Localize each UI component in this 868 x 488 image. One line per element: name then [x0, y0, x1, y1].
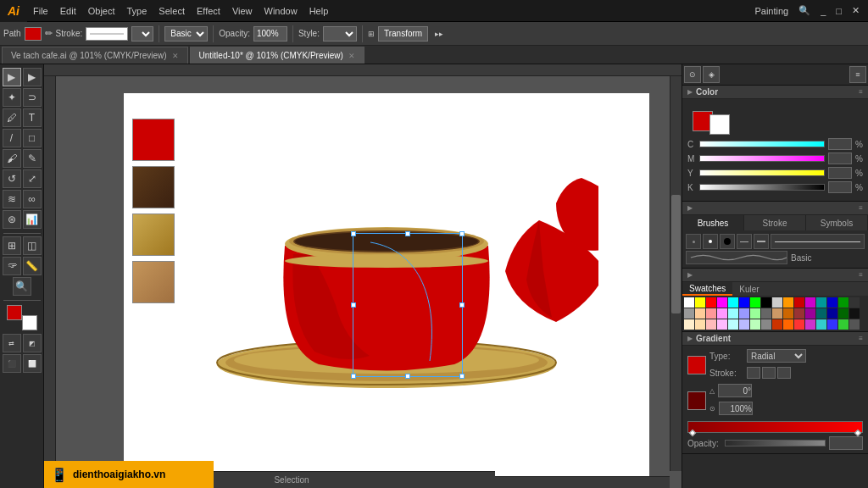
swatch-23[interactable]	[761, 308, 771, 319]
swatch-9[interactable]	[783, 297, 793, 308]
swatch-28[interactable]	[816, 308, 826, 319]
panel-icon-2[interactable]: ◈	[703, 66, 720, 83]
menu-file[interactable]: File	[27, 0, 54, 22]
swap-colors-btn[interactable]: ⇄	[3, 334, 21, 352]
pen-tool[interactable]: 🖊	[3, 108, 21, 127]
swatch-42[interactable]	[794, 319, 804, 330]
menu-select[interactable]: Select	[153, 0, 191, 22]
color-mode-btn[interactable]: ⬛	[3, 354, 21, 373]
gradient-stop-right[interactable]	[854, 430, 861, 436]
swatch-red[interactable]	[132, 119, 175, 161]
swatch-20[interactable]	[728, 308, 738, 319]
menu-type[interactable]: Type	[121, 0, 153, 22]
transform-btn[interactable]: Transform	[378, 26, 428, 42]
gradient-tool[interactable]: ◫	[23, 236, 42, 255]
gradient-mode-btn[interactable]: ⬜	[23, 354, 42, 373]
column-graph-tool[interactable]: 📊	[23, 210, 42, 229]
magic-wand-tool[interactable]: ✦	[3, 88, 21, 107]
swatch-17[interactable]	[695, 308, 705, 319]
swatch-44[interactable]	[816, 319, 826, 330]
direct-selection-tool[interactable]: ▶	[23, 68, 42, 86]
swatch-32[interactable]	[684, 319, 694, 330]
menu-view[interactable]: View	[226, 0, 259, 22]
brushes-menu-icon[interactable]: ≡	[859, 204, 863, 212]
gradient-type-select[interactable]: Radial Linear	[747, 349, 806, 363]
swatch-21[interactable]	[739, 308, 749, 319]
color-bg-preview[interactable]	[709, 114, 730, 135]
measure-tool[interactable]: 📏	[23, 257, 42, 275]
swatch-brown[interactable]	[132, 166, 175, 208]
tab-symbols[interactable]: Symbols	[806, 215, 868, 230]
gradient-menu[interactable]: ≡	[859, 335, 863, 342]
selection-tool[interactable]: ▶	[3, 68, 21, 86]
panel-icon-1[interactable]: ⊙	[684, 66, 701, 83]
swatch-5[interactable]	[739, 297, 749, 308]
stroke-color-box[interactable]	[86, 27, 128, 41]
swatch-43[interactable]	[805, 319, 815, 330]
swatch-7[interactable]	[761, 297, 771, 308]
swatch-18[interactable]	[706, 308, 716, 319]
brush-select[interactable]: Basic	[164, 26, 208, 42]
tab-1[interactable]: Untitled-10* @ 101% (CMYK/Preview) ✕	[190, 47, 364, 64]
gradient-stroke-btn1[interactable]	[747, 367, 760, 379]
swatches-tab-swatches[interactable]: Swatches	[682, 282, 732, 296]
swatches-tab-kuler[interactable]: Kuler	[732, 282, 765, 296]
opacity-slider[interactable]	[725, 440, 826, 446]
close-btn[interactable]: ✕	[849, 5, 863, 16]
opacity-input[interactable]	[253, 26, 287, 42]
brush-dot-line1[interactable]	[737, 234, 752, 249]
swatch-12[interactable]	[816, 297, 826, 308]
color-panel-header[interactable]: ▶ Color ≡	[682, 86, 868, 99]
brush-dot-empty[interactable]	[686, 234, 701, 249]
swatch-11[interactable]	[805, 297, 815, 308]
gradient-stop-left[interactable]	[689, 430, 696, 436]
swatch-26[interactable]	[794, 308, 804, 319]
gradient-color-swatch2[interactable]	[687, 391, 706, 410]
swatch-tan[interactable]	[132, 261, 175, 303]
swatch-30[interactable]	[838, 308, 849, 319]
brush-dot-line2[interactable]	[754, 234, 769, 249]
swatch-41[interactable]	[783, 319, 793, 330]
swatch-4[interactable]	[728, 297, 738, 308]
brushes-panel-header[interactable]: ▶ ≡	[682, 202, 868, 215]
menu-window[interactable]: Window	[259, 0, 303, 22]
swatches-header[interactable]: ▶ ≡	[682, 269, 868, 282]
swatch-3[interactable]	[717, 297, 727, 308]
m-value[interactable]	[828, 152, 852, 164]
swatch-47[interactable]	[849, 319, 860, 330]
color-menu-icon[interactable]: ≡	[859, 88, 863, 96]
brush-dot-small[interactable]	[703, 234, 718, 249]
paintbrush-tool[interactable]: 🖌	[3, 149, 21, 168]
swatch-40[interactable]	[772, 319, 782, 330]
style-select[interactable]	[323, 26, 357, 42]
swatch-34[interactable]	[706, 319, 716, 330]
gradient-header[interactable]: ▶ Gradient ≡	[682, 332, 868, 346]
scrollbar-vertical[interactable]	[670, 76, 682, 471]
minimize-btn[interactable]: _	[817, 6, 829, 16]
gradient-bar[interactable]	[687, 421, 863, 433]
tab-0-close[interactable]: ✕	[172, 52, 179, 60]
foreground-color-box[interactable]	[7, 305, 22, 320]
swatch-31[interactable]	[849, 308, 860, 319]
menu-effect[interactable]: Effect	[191, 0, 226, 22]
swatch-10[interactable]	[794, 297, 804, 308]
mesh-tool[interactable]: ⊞	[3, 236, 21, 255]
swatch-13[interactable]	[827, 297, 837, 308]
stroke-weight-select[interactable]	[131, 26, 153, 42]
restore-btn[interactable]: □	[832, 6, 845, 16]
lasso-tool[interactable]: ⊃	[23, 88, 42, 107]
warp-tool[interactable]: ≋	[3, 190, 21, 208]
swatch-29[interactable]	[827, 308, 837, 319]
swatch-22[interactable]	[750, 308, 760, 319]
swatch-6[interactable]	[750, 297, 760, 308]
swatch-36[interactable]	[728, 319, 738, 330]
swatch-gold[interactable]	[132, 214, 175, 256]
swatch-2[interactable]	[706, 297, 716, 308]
scale-tool[interactable]: ⤢	[23, 169, 42, 188]
swatch-19[interactable]	[717, 308, 727, 319]
swatch-27[interactable]	[805, 308, 815, 319]
symbol-sprayer-tool[interactable]: ⊛	[3, 210, 21, 229]
toolbar-color-fill[interactable]	[25, 27, 42, 41]
brush-dot-medium[interactable]	[720, 234, 735, 249]
tab-brushes[interactable]: Brushes	[682, 215, 744, 230]
